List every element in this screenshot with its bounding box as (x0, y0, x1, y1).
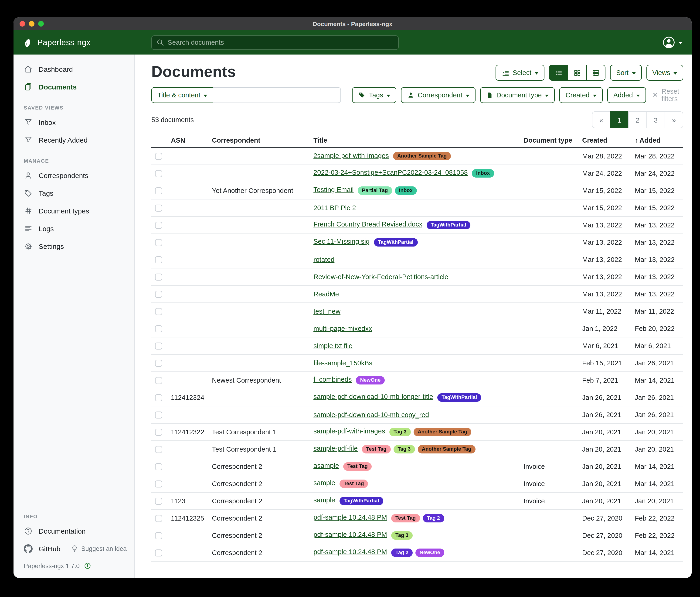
pagination-prev-button[interactable]: « (592, 111, 610, 128)
row-checkbox[interactable] (155, 480, 162, 487)
sidebar-item-github[interactable]: GitHub Suggest an idea (14, 540, 134, 557)
suggest-an-idea-link[interactable]: Suggest an idea (71, 545, 127, 552)
column-title[interactable]: Title (310, 135, 520, 147)
sidebar-item-recently-added[interactable]: Recently Added (14, 131, 134, 149)
row-checkbox[interactable] (155, 446, 162, 453)
row-checkbox[interactable] (155, 342, 162, 350)
document-title-link[interactable]: 2sample-pdf-with-images (314, 152, 389, 159)
tag-newone[interactable]: NewOne (356, 376, 385, 384)
row-checkbox[interactable] (155, 222, 162, 229)
document-title-link[interactable]: f_combineds (314, 376, 352, 383)
column-correspondent[interactable]: Correspondent (208, 135, 310, 147)
document-title-link[interactable]: multi-page-mixedxx (314, 325, 372, 332)
document-title-link[interactable]: Review-of-New-York-Federal-Petitions-art… (314, 273, 448, 280)
document-title-link[interactable]: Testing Email (314, 186, 353, 194)
tag-test-tag[interactable]: Test Tag (343, 462, 372, 471)
tag-tag-3[interactable]: Tag 3 (393, 445, 415, 453)
filter-field-button[interactable]: Title & content (151, 87, 213, 103)
tag-tag-3[interactable]: Tag 3 (389, 428, 411, 436)
tag-partial-tag[interactable]: Partial Tag (358, 186, 392, 195)
tag-tag-3[interactable]: Tag 3 (391, 531, 412, 540)
pagination-next-button[interactable]: » (665, 111, 683, 128)
user-menu[interactable] (662, 35, 682, 49)
sidebar-item-documentation[interactable]: Documentation (14, 522, 134, 540)
document-title-link[interactable]: French Country Bread Revised.docx (314, 221, 422, 228)
row-checkbox[interactable] (155, 239, 162, 246)
document-title-link[interactable]: simple txt file (314, 342, 353, 349)
sidebar-item-inbox[interactable]: Inbox (14, 113, 134, 131)
row-checkbox[interactable] (155, 498, 162, 505)
row-checkbox[interactable] (155, 170, 162, 177)
tag-tagwithpartial[interactable]: TagWithPartial (340, 497, 383, 505)
tag-test-tag[interactable]: Test Tag (391, 514, 420, 522)
brand[interactable]: Paperless-ngx (14, 38, 134, 47)
document-title-link[interactable]: ReadMe (314, 290, 339, 297)
grid-view-button[interactable] (568, 65, 587, 80)
row-checkbox[interactable] (155, 549, 162, 556)
added-filter-button[interactable]: Added (607, 87, 646, 103)
document-title-link[interactable]: 2022-03-24+Sonstige+ScanPC2022-03-24_081… (314, 169, 468, 176)
document-title-link[interactable]: pdf-sample 10.24.48 PM (314, 531, 387, 539)
zoom-window-button[interactable] (38, 21, 44, 27)
row-checkbox[interactable] (155, 532, 162, 539)
filter-query-input[interactable] (213, 87, 341, 103)
document-title-link[interactable]: rotated (314, 256, 334, 263)
pagination-page-2[interactable]: 2 (628, 111, 647, 128)
tag-tagwithpartial[interactable]: TagWithPartial (374, 238, 418, 246)
row-checkbox[interactable] (155, 291, 162, 298)
column-added[interactable]: ↑Added (631, 135, 683, 147)
row-checkbox[interactable] (155, 394, 162, 401)
sidebar-item-document-types[interactable]: Document types (14, 202, 134, 219)
tag-newone[interactable]: NewOne (416, 548, 444, 557)
sidebar-item-documents[interactable]: Documents (14, 78, 134, 96)
select-button[interactable]: Select (495, 65, 545, 80)
tag-tag-2[interactable]: Tag 2 (423, 514, 444, 522)
tag-another-sample-tag[interactable]: Another Sample Tag (418, 445, 475, 453)
tag-inbox[interactable]: Inbox (395, 186, 417, 195)
document-title-link[interactable]: sample (314, 479, 335, 487)
tag-tag-2[interactable]: Tag 2 (391, 548, 412, 557)
sidebar-item-tags[interactable]: Tags (14, 184, 134, 202)
list-view-button[interactable] (549, 65, 568, 80)
document-title-link[interactable]: pdf-sample 10.24.48 PM (314, 548, 387, 556)
views-button[interactable]: Views (646, 65, 683, 80)
tags-filter-button[interactable]: Tags (352, 87, 396, 103)
sidebar-item-dashboard[interactable]: Dashboard (14, 60, 134, 78)
document-type-filter-button[interactable]: Document type (480, 87, 555, 103)
document-title-link[interactable]: sample-pdf-download-10-mb-longer-title (314, 393, 433, 401)
column-created[interactable]: Created (578, 135, 631, 147)
tag-tagwithpartial[interactable]: TagWithPartial (426, 221, 470, 229)
row-checkbox[interactable] (155, 325, 162, 332)
close-window-button[interactable] (20, 21, 25, 27)
tag-another-sample-tag[interactable]: Another Sample Tag (414, 428, 471, 436)
tag-tagwithpartial[interactable]: TagWithPartial (437, 393, 481, 402)
info-circle-icon[interactable] (84, 562, 91, 570)
row-checkbox[interactable] (155, 463, 162, 470)
tag-another-sample-tag[interactable]: Another Sample Tag (393, 152, 451, 160)
search-input[interactable] (151, 35, 399, 50)
row-checkbox[interactable] (155, 515, 162, 522)
tag-test-tag[interactable]: Test Tag (362, 445, 391, 453)
sidebar-item-logs[interactable]: Logs (14, 219, 134, 237)
correspondent-filter-button[interactable]: Correspondent (401, 87, 476, 103)
pagination-page-3[interactable]: 3 (646, 111, 665, 128)
row-checkbox[interactable] (155, 205, 162, 212)
minimize-window-button[interactable] (29, 21, 34, 27)
row-checkbox[interactable] (155, 308, 162, 315)
row-checkbox[interactable] (155, 360, 162, 367)
sort-button[interactable]: Sort (610, 65, 642, 80)
row-checkbox[interactable] (155, 411, 162, 419)
document-title-link[interactable]: sample-pdf-file (314, 445, 358, 452)
row-checkbox[interactable] (155, 153, 162, 160)
reset-filters-button[interactable]: ✕ Reset filters (652, 88, 683, 102)
document-title-link[interactable]: pdf-sample 10.24.48 PM (314, 514, 387, 521)
column-document-type[interactable]: Document type (520, 135, 578, 147)
row-checkbox[interactable] (155, 187, 162, 194)
document-title-link[interactable]: 2011 BP Pie 2 (314, 204, 356, 211)
pagination-page-1[interactable]: 1 (610, 111, 629, 128)
sidebar-item-settings[interactable]: Settings (14, 237, 134, 255)
document-title-link[interactable]: asample (314, 462, 339, 470)
document-title-link[interactable]: test_new (314, 307, 341, 315)
detail-view-button[interactable] (586, 65, 605, 80)
document-title-link[interactable]: file-sample_150kBs (314, 359, 372, 366)
